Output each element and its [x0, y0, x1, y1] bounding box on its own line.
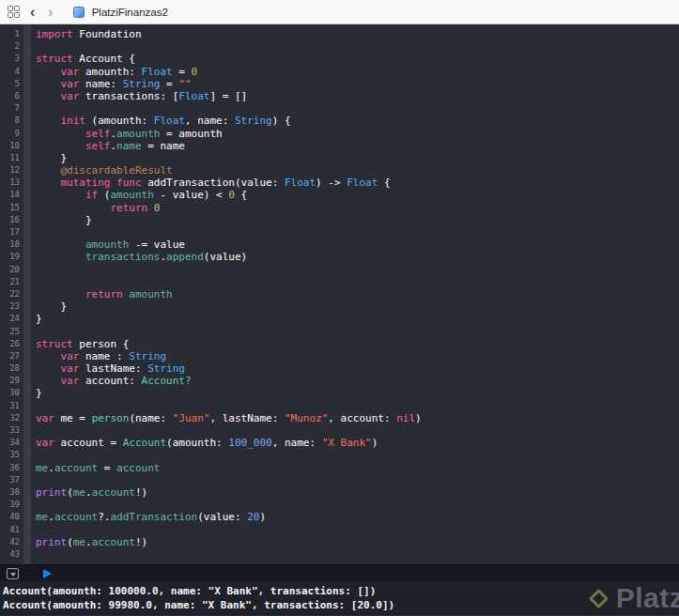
toggle-console-icon[interactable] — [7, 568, 19, 579]
line-number[interactable]: 42 — [0, 536, 23, 548]
code-line[interactable]: 31 — [0, 400, 679, 412]
code-token: . — [85, 536, 92, 548]
line-number[interactable]: 17 — [0, 226, 23, 239]
line-number[interactable]: 11 — [0, 152, 23, 164]
line-number[interactable]: 30 — [0, 387, 23, 399]
line-number[interactable]: 12 — [0, 164, 23, 177]
code-line[interactable]: 20 — [0, 264, 679, 276]
code-line[interactable]: 23 } — [0, 300, 679, 313]
code-line[interactable]: 5 var name: String = "" — [0, 78, 679, 90]
code-line[interactable]: 17 — [0, 226, 679, 239]
code-line[interactable]: 9 self.amounth = amounth — [0, 128, 679, 140]
forward-button[interactable]: › — [45, 5, 55, 20]
line-number[interactable]: 4 — [0, 66, 23, 78]
code-line[interactable]: 30} — [0, 387, 679, 399]
line-number[interactable]: 33 — [0, 424, 23, 437]
line-number[interactable]: 38 — [0, 486, 23, 499]
related-items-grid-icon[interactable] — [8, 6, 20, 18]
line-number[interactable]: 1 — [0, 28, 23, 40]
code-line[interactable]: 28 var lastName: String — [0, 362, 679, 375]
code-text — [31, 474, 36, 486]
code-line[interactable]: 21 — [0, 276, 679, 288]
code-line[interactable]: 25 — [0, 326, 679, 338]
code-line[interactable]: 42print(me.account!) — [0, 536, 679, 548]
code-line[interactable]: 6 var transactions: [Float] = [] — [0, 90, 679, 102]
line-number[interactable]: 6 — [0, 90, 23, 102]
line-number[interactable]: 31 — [0, 400, 23, 412]
line-number[interactable]: 14 — [0, 189, 23, 201]
code-line[interactable]: 27 var name : String — [0, 350, 679, 362]
code-token: name : — [79, 350, 129, 362]
code-line[interactable]: 34var account = Account(amounth: 100_000… — [0, 437, 679, 449]
back-button[interactable]: ‹ — [27, 5, 38, 20]
line-number[interactable]: 19 — [0, 251, 23, 263]
line-number[interactable]: 29 — [0, 375, 23, 387]
code-line[interactable]: 10 self.name = name — [0, 140, 679, 152]
code-line[interactable]: 33 — [0, 424, 679, 437]
line-number[interactable]: 13 — [0, 177, 23, 189]
code-line[interactable]: 14 if (amounth - value) < 0 { — [0, 189, 679, 201]
code-line[interactable]: 3struct Account { — [0, 53, 679, 65]
line-number[interactable]: 41 — [0, 524, 23, 536]
line-number[interactable]: 43 — [0, 548, 23, 561]
code-line[interactable]: 40me.account?.addTransaction(value: 20) — [0, 511, 679, 523]
line-number[interactable]: 24 — [0, 313, 23, 325]
line-number[interactable]: 2 — [0, 40, 23, 53]
line-number[interactable]: 21 — [0, 276, 23, 288]
line-number[interactable]: 40 — [0, 511, 23, 523]
code-line[interactable]: 18 amounth -= value — [0, 239, 679, 251]
code-line[interactable]: 1import Foundation — [0, 28, 679, 40]
line-number[interactable]: 15 — [0, 202, 23, 214]
line-number[interactable]: 39 — [0, 499, 23, 511]
line-number[interactable]: 32 — [0, 412, 23, 424]
code-line[interactable]: 29 var account: Account? — [0, 375, 679, 387]
code-token: account — [54, 462, 98, 474]
code-line[interactable]: 7 — [0, 102, 679, 115]
line-number[interactable]: 10 — [0, 140, 23, 152]
code-line[interactable]: 4 var amounth: Float = 0 — [0, 66, 679, 78]
line-number[interactable]: 9 — [0, 128, 23, 140]
line-number[interactable]: 22 — [0, 288, 23, 300]
line-number[interactable]: 16 — [0, 214, 23, 226]
code-line[interactable]: 26struct person { — [0, 338, 679, 350]
line-number[interactable]: 26 — [0, 338, 23, 350]
code-line[interactable]: 38print(me.account!) — [0, 486, 679, 499]
code-line[interactable]: 8 init (amounth: Float, name: String) { — [0, 115, 679, 127]
code-line[interactable]: 35 — [0, 449, 679, 461]
code-line[interactable]: 37 — [0, 474, 679, 486]
code-line[interactable]: 32var me = person(name: "Juan", lastName… — [0, 412, 679, 424]
code-token: } — [36, 313, 42, 325]
code-line[interactable]: 22 return amounth — [0, 288, 679, 300]
code-line[interactable]: 24} — [0, 313, 679, 325]
line-number[interactable]: 37 — [0, 474, 23, 486]
line-number[interactable]: 7 — [0, 102, 23, 115]
code-line[interactable]: 2 — [0, 40, 679, 53]
code-line[interactable]: 39 — [0, 499, 679, 511]
code-line[interactable]: 36me.account = account — [0, 462, 679, 474]
console-area[interactable]: Account(amounth: 100000.0, name: "X Bank… — [0, 581, 679, 615]
line-number[interactable]: 35 — [0, 449, 23, 461]
line-number[interactable]: 5 — [0, 78, 23, 90]
code-line[interactable]: 12 @discardableResult — [0, 164, 679, 177]
code-line[interactable]: 19 transactions.append(value) — [0, 251, 679, 263]
code-editor[interactable]: 1import Foundation23struct Account {4 va… — [0, 24, 679, 564]
code-line[interactable]: 16 } — [0, 214, 679, 226]
line-number[interactable]: 18 — [0, 239, 23, 251]
line-number[interactable]: 20 — [0, 264, 23, 276]
line-number[interactable]: 25 — [0, 326, 23, 338]
code-line[interactable]: 41 — [0, 524, 679, 536]
code-token — [36, 350, 61, 362]
line-number[interactable]: 23 — [0, 300, 23, 313]
line-number[interactable]: 36 — [0, 462, 23, 474]
code-line[interactable]: 11 } — [0, 152, 679, 164]
code-line[interactable]: 15 return 0 — [0, 202, 679, 214]
line-number[interactable]: 3 — [0, 53, 23, 65]
code-token: !) — [135, 536, 147, 548]
run-button[interactable] — [43, 569, 52, 578]
line-number[interactable]: 27 — [0, 350, 23, 362]
line-number[interactable]: 8 — [0, 115, 23, 127]
line-number[interactable]: 34 — [0, 437, 23, 449]
code-line[interactable]: 13 mutating func addTransaction(value: F… — [0, 177, 679, 189]
code-line[interactable]: 43 — [0, 548, 679, 561]
line-number[interactable]: 28 — [0, 362, 23, 375]
